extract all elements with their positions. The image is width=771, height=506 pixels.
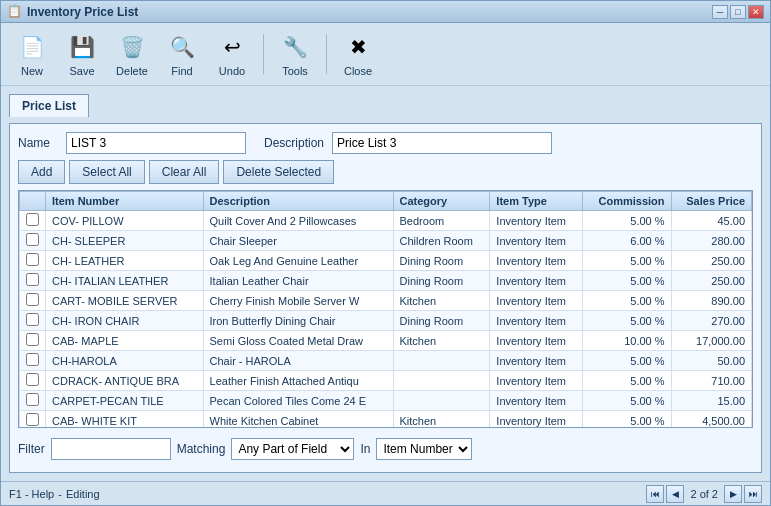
row-item-type: Inventory Item bbox=[490, 311, 583, 331]
table-row[interactable]: CH- IRON CHAIR Iron Butterfly Dining Cha… bbox=[20, 311, 752, 331]
row-checkbox-cell[interactable] bbox=[20, 291, 46, 311]
minimize-button[interactable]: ─ bbox=[712, 5, 728, 19]
row-checkbox-cell[interactable] bbox=[20, 371, 46, 391]
save-icon: 💾 bbox=[66, 31, 98, 63]
status-right: ⏮ ◀ 2 of 2 ▶ ⏭ bbox=[646, 485, 762, 503]
row-checkbox[interactable] bbox=[26, 313, 39, 326]
row-item-number: CH- IRON CHAIR bbox=[46, 311, 204, 331]
tools-icon: 🔧 bbox=[279, 31, 311, 63]
row-category: Dining Room bbox=[393, 251, 490, 271]
col-commission: Commission bbox=[583, 192, 672, 211]
row-sales-price: 280.00 bbox=[671, 231, 751, 251]
row-checkbox-cell[interactable] bbox=[20, 391, 46, 411]
row-checkbox-cell[interactable] bbox=[20, 351, 46, 371]
row-checkbox-cell[interactable] bbox=[20, 271, 46, 291]
table-row[interactable]: CH- ITALIAN LEATHER Italian Leather Chai… bbox=[20, 271, 752, 291]
table-row[interactable]: CH- SLEEPER Chair Sleeper Children Room … bbox=[20, 231, 752, 251]
row-item-number: CH-HAROLA bbox=[46, 351, 204, 371]
col-sales-price: Sales Price bbox=[671, 192, 751, 211]
row-checkbox-cell[interactable] bbox=[20, 411, 46, 429]
table-row[interactable]: CH- LEATHER Oak Leg And Genuine Leather … bbox=[20, 251, 752, 271]
delete-label: Delete bbox=[116, 65, 148, 77]
prev-page-button[interactable]: ◀ bbox=[666, 485, 684, 503]
row-item-number: CART- MOBILE SERVER bbox=[46, 291, 204, 311]
tools-button[interactable]: 🔧 Tools bbox=[272, 27, 318, 81]
mode-text: Editing bbox=[66, 488, 100, 500]
row-checkbox[interactable] bbox=[26, 213, 39, 226]
table-row[interactable]: CAB- MAPLE Semi Gloss Coated Metal Draw … bbox=[20, 331, 752, 351]
name-input[interactable] bbox=[66, 132, 246, 154]
row-checkbox[interactable] bbox=[26, 333, 39, 346]
row-commission: 5.00 % bbox=[583, 211, 672, 231]
table-container[interactable]: Item Number Description Category Item Ty… bbox=[18, 190, 753, 428]
row-checkbox-cell[interactable] bbox=[20, 331, 46, 351]
row-commission: 5.00 % bbox=[583, 371, 672, 391]
row-checkbox[interactable] bbox=[26, 353, 39, 366]
row-checkbox-cell[interactable] bbox=[20, 231, 46, 251]
row-checkbox-cell[interactable] bbox=[20, 251, 46, 271]
description-input[interactable] bbox=[332, 132, 552, 154]
undo-label: Undo bbox=[219, 65, 245, 77]
row-category: Bedroom bbox=[393, 211, 490, 231]
delete-button[interactable]: 🗑️ Delete bbox=[109, 27, 155, 81]
row-checkbox[interactable] bbox=[26, 253, 39, 266]
row-item-type: Inventory Item bbox=[490, 291, 583, 311]
find-button[interactable]: 🔍 Find bbox=[159, 27, 205, 81]
in-label: In bbox=[360, 442, 370, 456]
row-commission: 6.00 % bbox=[583, 231, 672, 251]
close-button[interactable]: ✖ Close bbox=[335, 27, 381, 81]
first-page-button[interactable]: ⏮ bbox=[646, 485, 664, 503]
row-description: Iron Butterfly Dining Chair bbox=[203, 311, 393, 331]
row-checkbox[interactable] bbox=[26, 293, 39, 306]
table-row[interactable]: CDRACK- ANTIQUE BRA Leather Finish Attac… bbox=[20, 371, 752, 391]
table-row[interactable]: CH-HAROLA Chair - HAROLA Inventory Item … bbox=[20, 351, 752, 371]
row-item-type: Inventory Item bbox=[490, 231, 583, 251]
clear-all-button[interactable]: Clear All bbox=[149, 160, 220, 184]
save-button[interactable]: 💾 Save bbox=[59, 27, 105, 81]
select-all-button[interactable]: Select All bbox=[69, 160, 144, 184]
table-row[interactable]: CAB- WHITE KIT White Kitchen Cabinet Kit… bbox=[20, 411, 752, 429]
row-checkbox[interactable] bbox=[26, 373, 39, 386]
next-page-button[interactable]: ▶ bbox=[724, 485, 742, 503]
row-description: Semi Gloss Coated Metal Draw bbox=[203, 331, 393, 351]
new-label: New bbox=[21, 65, 43, 77]
new-button[interactable]: 📄 New bbox=[9, 27, 55, 81]
toolbar-separator bbox=[263, 34, 264, 74]
row-checkbox[interactable] bbox=[26, 413, 39, 426]
price-list-tab[interactable]: Price List bbox=[9, 94, 89, 117]
row-item-type: Inventory Item bbox=[490, 211, 583, 231]
find-icon: 🔍 bbox=[166, 31, 198, 63]
content-area: Price List Name Description Add Select A… bbox=[1, 86, 770, 481]
in-select[interactable]: Item Number Description Category bbox=[376, 438, 472, 460]
delete-selected-button[interactable]: Delete Selected bbox=[223, 160, 334, 184]
matching-label: Matching bbox=[177, 442, 226, 456]
row-item-number: CAB- WHITE KIT bbox=[46, 411, 204, 429]
last-page-button[interactable]: ⏭ bbox=[744, 485, 762, 503]
table-row[interactable]: CARPET-PECAN TILE Pecan Colored Tiles Co… bbox=[20, 391, 752, 411]
description-label: Description bbox=[254, 136, 324, 150]
row-checkbox[interactable] bbox=[26, 273, 39, 286]
row-description: Italian Leather Chair bbox=[203, 271, 393, 291]
price-list-table: Item Number Description Category Item Ty… bbox=[19, 191, 752, 428]
table-row[interactable]: CART- MOBILE SERVER Cherry Finish Mobile… bbox=[20, 291, 752, 311]
row-sales-price: 17,000.00 bbox=[671, 331, 751, 351]
row-commission: 5.00 % bbox=[583, 351, 672, 371]
row-item-type: Inventory Item bbox=[490, 371, 583, 391]
maximize-button[interactable]: □ bbox=[730, 5, 746, 19]
row-description: Cherry Finish Mobile Server W bbox=[203, 291, 393, 311]
add-button[interactable]: Add bbox=[18, 160, 65, 184]
row-item-number: CH- SLEEPER bbox=[46, 231, 204, 251]
row-checkbox[interactable] bbox=[26, 233, 39, 246]
close-window-button[interactable]: ✕ bbox=[748, 5, 764, 19]
find-label: Find bbox=[171, 65, 192, 77]
toolbar-separator2 bbox=[326, 34, 327, 74]
row-checkbox[interactable] bbox=[26, 393, 39, 406]
table-row[interactable]: COV- PILLOW Quilt Cover And 2 Pillowcase… bbox=[20, 211, 752, 231]
row-checkbox-cell[interactable] bbox=[20, 211, 46, 231]
filter-input[interactable] bbox=[51, 438, 171, 460]
row-item-number: CH- ITALIAN LEATHER bbox=[46, 271, 204, 291]
row-checkbox-cell[interactable] bbox=[20, 311, 46, 331]
undo-button[interactable]: ↩ Undo bbox=[209, 27, 255, 81]
matching-select[interactable]: Any Part of Field Exact Match Beginning … bbox=[231, 438, 354, 460]
row-description: Quilt Cover And 2 Pillowcases bbox=[203, 211, 393, 231]
